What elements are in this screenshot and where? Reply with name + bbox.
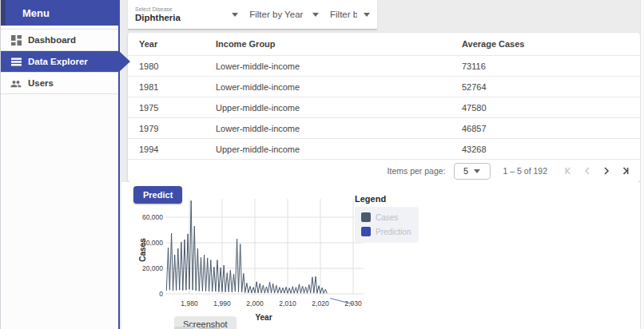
window-edge [1,0,6,26]
legend-label: Prediction [376,228,411,236]
prediction-swatch [361,227,371,236]
column-header-average-cases: Average Cases [462,39,640,49]
results-table-card: Year Income Group Average Cases 1980 Low… [128,33,640,182]
year-filter-placeholder: Filter by Year [249,10,303,19]
svg-text:Cases: Cases [138,238,147,262]
list-icon [10,56,22,67]
svg-text:2,000: 2,000 [246,299,264,307]
cell-average-cases: 73116 [462,61,640,71]
table-row: 1979 Lower-middle-income 46857 [128,117,640,138]
menu-list: Dashboard Data Explorer Users [1,29,118,94]
svg-text:20,000: 20,000 [142,264,163,272]
chevron-down-icon [474,169,480,173]
disease-select-label: Select Disease [135,6,181,13]
cases-line-chart: 1,9801,9902,0002,0102,0202,030020,00040,… [137,194,369,326]
disease-select-value: Diphtheria [135,13,181,23]
last-page-icon [620,165,631,176]
table-row: 1994 Upper-middle-income 43268 [128,138,640,159]
paginator-range-label: 1 – 5 of 192 [503,166,547,176]
sidebar-header: Menu [1,0,118,26]
filter-toolbar: Select Disease Diphtheria Filter by Year… [128,0,377,30]
page-size-select[interactable]: 5 [454,163,491,180]
chart-legend: Legend Cases Prediction [355,194,419,243]
cell-income-group: Lower-middle-income [216,61,462,71]
cell-year: 1994 [128,145,216,154]
table-row: 1980 Lower-middle-income 73116 [128,55,640,76]
sidebar-item-dashboard[interactable]: Dashboard [1,30,118,51]
chevron-right-icon [601,165,612,176]
year-filter-select[interactable]: Filter by Year [249,10,319,19]
legend-box: Cases Prediction [355,207,419,243]
paginator: Items per page: 5 1 – 5 of 192 [128,159,640,182]
disease-select[interactable]: Select Disease Diphtheria [135,6,238,23]
svg-text:2,010: 2,010 [279,299,296,307]
sidebar-item-label: Data Explorer [28,57,88,66]
cell-year: 1979 [128,124,216,133]
chevron-down-icon [232,13,238,17]
svg-text:2,030: 2,030 [344,299,362,307]
sidebar-item-label: Dashboard [28,35,76,45]
svg-text:60,000: 60,000 [142,213,163,221]
svg-text:1,990: 1,990 [213,299,231,307]
cell-average-cases: 47580 [462,103,640,113]
cell-income-group: Upper-middle-income [216,103,462,113]
users-icon [10,77,22,89]
sidebar-item-users[interactable]: Users [1,73,118,94]
cell-year: 1980 [128,61,216,71]
first-page-icon [563,165,574,176]
cell-income-group: Upper-middle-income [216,145,462,154]
column-header-year: Year [128,39,216,49]
cell-average-cases: 43268 [462,145,640,154]
sidebar-item-label: Users [28,78,54,88]
chart-panel: Predict 1,9801,9902,0002,0102,0202,03002… [121,182,644,329]
income-filter-placeholder: Filter by Income Gr... [330,10,357,19]
income-filter-select[interactable]: Filter by Income Gr... [330,10,370,19]
legend-title: Legend [355,194,419,204]
svg-text:0: 0 [159,290,163,298]
cell-year: 1975 [128,103,216,113]
chevron-down-icon [364,13,370,17]
table-row: 1975 Upper-middle-income 47580 [128,97,640,117]
svg-text:1,980: 1,980 [181,299,198,307]
cell-income-group: Lower-middle-income [216,124,462,133]
table-header-row: Year Income Group Average Cases [128,33,640,55]
legend-item-cases[interactable]: Cases [361,212,411,222]
scrollbar-track[interactable] [640,0,644,329]
svg-text:Year: Year [255,313,272,322]
chevron-down-icon [312,13,319,17]
cell-income-group: Lower-middle-income [216,82,462,92]
cell-average-cases: 46857 [462,124,640,133]
cell-average-cases: 52764 [462,82,640,92]
cell-year: 1981 [128,82,216,92]
chevron-left-icon [582,165,593,176]
sidebar: Menu Dashboard Data Explorer [0,0,120,329]
svg-text:2,020: 2,020 [312,299,329,307]
next-page-button[interactable] [597,161,616,180]
items-per-page-label: Items per page: [388,166,446,176]
column-header-income-group: Income Group [216,39,462,49]
cases-swatch [361,212,371,222]
legend-item-prediction[interactable]: Prediction [361,227,411,236]
dashboard-icon [10,34,22,46]
table-row: 1981 Lower-middle-income 52764 [128,76,640,97]
legend-label: Cases [376,213,398,222]
page-size-value: 5 [463,166,468,176]
last-page-button[interactable] [616,161,635,180]
sidebar-item-data-explorer[interactable]: Data Explorer [1,51,118,73]
previous-page-button[interactable] [578,161,597,180]
menu-title: Menu [22,7,50,19]
first-page-button[interactable] [559,161,578,180]
